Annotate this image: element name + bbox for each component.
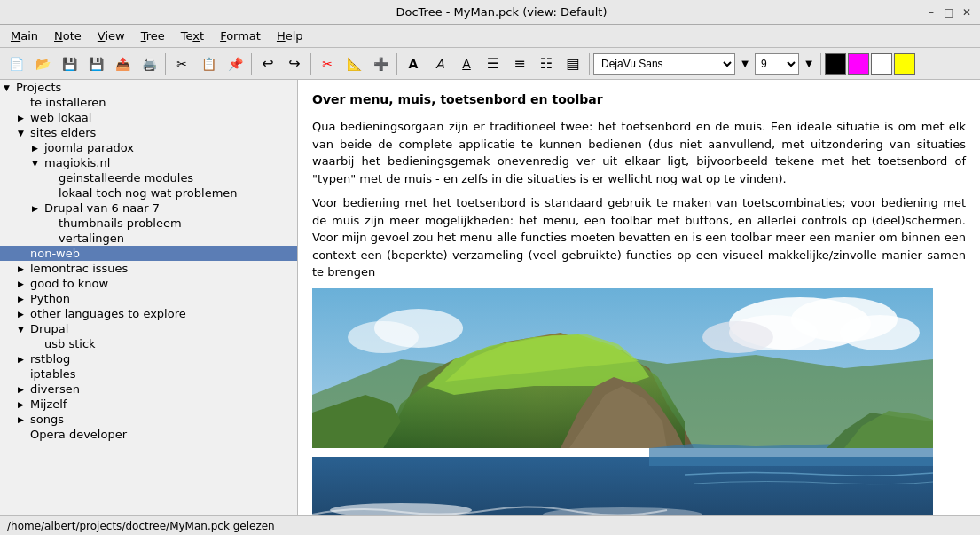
save-button[interactable]: 💾: [57, 51, 82, 76]
main-layout: ▼Projectste installeren▶web lokaal▼sites…: [0, 80, 980, 515]
tree-item-16[interactable]: ▼Drupal: [0, 321, 297, 336]
tree-label-14: Python: [30, 292, 70, 305]
tree-label-0: Projects: [16, 81, 61, 94]
tree-item-6[interactable]: geinstalleerde modules: [0, 170, 297, 185]
tree-item-4[interactable]: ▶joomla paradox: [0, 140, 297, 155]
tree-arrow-16[interactable]: ▼: [18, 325, 30, 334]
tree-label-9: thumbnails probleem: [59, 216, 182, 230]
color-yellow[interactable]: [894, 53, 915, 75]
tree-label-18: rstblog: [30, 352, 70, 366]
menu-text[interactable]: Text: [174, 28, 211, 44]
menu-view[interactable]: View: [90, 28, 132, 44]
tree-label-1: te installeren: [30, 96, 106, 109]
underline-button[interactable]: A: [454, 51, 479, 76]
tree-item-22[interactable]: ▶songs: [0, 412, 297, 427]
tree-item-14[interactable]: ▶Python: [0, 291, 297, 306]
tree-label-5: magiokis.nl: [44, 156, 110, 169]
content-title: Over menu, muis, toetsenbord en toolbar: [312, 90, 966, 109]
tree-item-9[interactable]: thumbnails probleem: [0, 216, 297, 231]
cut-button[interactable]: ✂️: [169, 51, 194, 76]
italic-button[interactable]: A: [427, 51, 452, 76]
print-button[interactable]: 🖨️: [137, 51, 161, 76]
color-white[interactable]: [871, 53, 892, 75]
tree-label-4: joomla paradox: [44, 141, 134, 154]
tree-arrow-5[interactable]: ▼: [32, 159, 44, 168]
tree-item-20[interactable]: ▶diversen: [0, 382, 297, 397]
scissors-button[interactable]: ✂: [315, 51, 340, 76]
font-dropdown-btn[interactable]: ▼: [737, 51, 753, 76]
color-magenta[interactable]: [848, 53, 869, 75]
tree-item-19[interactable]: iptables: [0, 366, 297, 382]
export-button[interactable]: 📤: [110, 51, 135, 76]
svg-point-5: [840, 315, 920, 350]
tree-arrow-22[interactable]: ▶: [18, 415, 30, 424]
content-paragraph-2: Voor bediening met het toetsenbord is st…: [312, 194, 966, 281]
bold-button[interactable]: A: [401, 51, 426, 76]
menu-note[interactable]: Note: [47, 28, 89, 44]
toolbar-sep-1: [165, 53, 166, 75]
paste-button[interactable]: 📌: [223, 51, 247, 76]
open-button[interactable]: 📂: [30, 51, 55, 76]
tree-arrow-20[interactable]: ▶: [18, 385, 30, 394]
justify-button[interactable]: ▤: [561, 51, 585, 76]
tree-arrow-13[interactable]: ▶: [18, 279, 30, 288]
tree-arrow-4[interactable]: ▶: [32, 144, 44, 153]
statusbar: /home/albert/projects/doctree/MyMan.pck …: [0, 515, 980, 535]
tree-label-7: lokaal toch nog wat problemen: [59, 186, 238, 200]
tree-arrow-8[interactable]: ▶: [32, 204, 44, 213]
color-black[interactable]: [825, 53, 846, 75]
tree-item-13[interactable]: ▶good to know: [0, 276, 297, 291]
align-right-button[interactable]: ☷: [534, 51, 559, 76]
font-size-selector[interactable]: 9: [755, 53, 799, 75]
tree-label-17: usb stick: [44, 337, 96, 350]
undo-button[interactable]: ↩: [255, 51, 280, 76]
redo-button[interactable]: ↪: [282, 51, 307, 76]
tree-arrow-3[interactable]: ▼: [18, 129, 30, 138]
tree-item-8[interactable]: ▶Drupal van 6 naar 7: [0, 201, 297, 216]
tree-item-18[interactable]: ▶rstblog: [0, 351, 297, 366]
tree-arrow-12[interactable]: ▶: [18, 264, 30, 273]
tree-label-8: Drupal van 6 naar 7: [44, 201, 160, 215]
size-dropdown-btn[interactable]: ▼: [801, 51, 817, 76]
tree-item-17[interactable]: usb stick: [0, 336, 297, 351]
toolbar-sep-5: [589, 53, 590, 75]
new-button[interactable]: 📄: [4, 51, 28, 76]
statusbar-text: /home/albert/projects/doctree/MyMan.pck …: [7, 520, 275, 532]
tree-item-7[interactable]: lokaal toch nog wat problemen: [0, 185, 297, 201]
tree-item-15[interactable]: ▶other languages to explore: [0, 306, 297, 321]
align-left-button[interactable]: ☰: [481, 51, 506, 76]
tree-item-10[interactable]: vertalingen: [0, 231, 297, 246]
tree-item-21[interactable]: ▶Mijzelf: [0, 397, 297, 412]
copy-button[interactable]: 📋: [196, 51, 221, 76]
tree-arrow-14[interactable]: ▶: [18, 295, 30, 303]
menu-help[interactable]: Help: [270, 28, 310, 44]
tree-item-12[interactable]: ▶lemontrac issues: [0, 261, 297, 276]
font-selector[interactable]: DejaVu Sans: [593, 53, 735, 75]
tree-item-23[interactable]: Opera developer: [0, 427, 297, 442]
menu-format[interactable]: Format: [213, 28, 268, 44]
tree-item-3[interactable]: ▼sites elders: [0, 125, 297, 140]
tree-label-3: sites elders: [30, 126, 96, 139]
tree-item-0[interactable]: ▼Projects: [0, 80, 297, 95]
tree-arrow-15[interactable]: ▶: [18, 310, 30, 319]
tree-item-2[interactable]: ▶web lokaal: [0, 110, 297, 125]
tree-item-11[interactable]: non-web: [0, 246, 297, 261]
tree-item-5[interactable]: ▼magiokis.nl: [0, 155, 297, 170]
tree-arrow-21[interactable]: ▶: [18, 400, 30, 409]
menu-main[interactable]: Main: [4, 28, 45, 44]
tree-arrow-2[interactable]: ▶: [18, 114, 30, 122]
tree-arrow-0[interactable]: ▼: [4, 83, 16, 92]
menubar: Main Note View Tree Text Format Help: [0, 25, 980, 48]
tree-item-1[interactable]: te installeren: [0, 95, 297, 110]
close-button[interactable]: ✕: [960, 6, 973, 19]
tree-label-21: Mijzelf: [30, 397, 67, 411]
save-as-button[interactable]: 💾: [83, 51, 108, 76]
minimize-button[interactable]: –: [925, 6, 937, 19]
format-button[interactable]: 📐: [341, 51, 366, 76]
maximize-button[interactable]: □: [943, 6, 955, 19]
align-center-button[interactable]: ≡: [507, 51, 532, 76]
titlebar-controls: – □ ✕: [925, 6, 973, 19]
menu-tree[interactable]: Tree: [134, 28, 172, 44]
tree-arrow-18[interactable]: ▶: [18, 355, 30, 364]
insert-button[interactable]: ➕: [368, 51, 393, 76]
